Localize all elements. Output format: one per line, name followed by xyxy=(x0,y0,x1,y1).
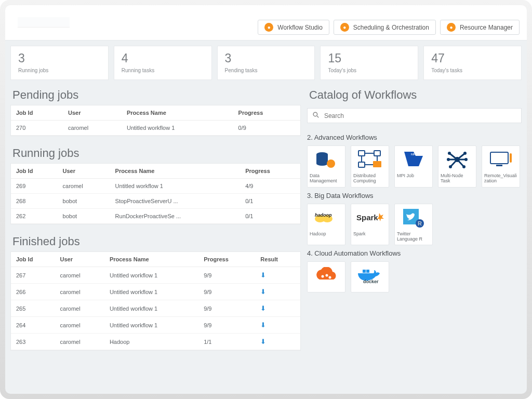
table-row[interactable]: 264caromelUntitled workflow 19/9⬇ xyxy=(11,317,300,334)
catalog-card[interactable]: docker xyxy=(351,261,389,292)
data-management-icon xyxy=(311,149,342,170)
pending-jobs-title: Pending jobs xyxy=(10,86,301,105)
nav-scheduling-orchestration[interactable]: ●Scheduling & Orchestration xyxy=(334,20,436,35)
nav-label: Scheduling & Orchestration xyxy=(353,24,429,31)
table-row[interactable]: 269caromelUntitled workflow 14/9 xyxy=(11,179,300,194)
finished-jobs-title: Finished jobs xyxy=(10,233,301,251)
catalog-card[interactable]: Data Management xyxy=(307,145,345,188)
svg-point-22 xyxy=(464,158,468,161)
col-user: User xyxy=(63,105,122,121)
cell-process: Untitled workflow 1 xyxy=(110,179,241,194)
cell-progress: 0/1 xyxy=(240,209,300,224)
catalog-card[interactable]: hadoopHadoop xyxy=(307,204,345,246)
svg-rect-7 xyxy=(358,151,365,156)
resource-manager-icon: ● xyxy=(447,23,456,32)
table-row[interactable]: 265caromelUntitled workflow 19/9⬇ xyxy=(11,300,300,317)
catalog-search[interactable] xyxy=(307,108,522,123)
download-icon[interactable]: ⬇ xyxy=(260,271,266,279)
col-jobid: Job Id xyxy=(11,105,63,121)
svg-text:Spark: Spark xyxy=(356,213,378,222)
cell-user: caromel xyxy=(55,334,104,350)
download-icon[interactable]: ⬇ xyxy=(260,288,266,296)
table-row[interactable]: 268bobotStopProactiveServerU ...0/1 xyxy=(11,194,300,209)
cell-id: 268 xyxy=(11,194,58,209)
col-process: Process Name xyxy=(122,105,233,121)
cell-progress: 4/9 xyxy=(240,179,300,194)
col-jobid: Job Id xyxy=(11,252,55,267)
svg-point-20 xyxy=(463,152,467,155)
catalog-card[interactable]: SparkSpark xyxy=(351,204,389,246)
svg-rect-6 xyxy=(329,162,333,166)
scheduling-icon: ● xyxy=(340,23,349,32)
svg-rect-43 xyxy=(366,270,369,273)
table-row[interactable]: 270caromelUntitled workflow 10/9 xyxy=(11,121,300,136)
catalog-card[interactable] xyxy=(307,261,345,292)
cell-user: caromel xyxy=(55,284,104,300)
hadoop-icon: hadoop xyxy=(311,207,342,228)
cell-result[interactable]: ⬇ xyxy=(255,300,300,317)
catalog-card[interactable]: Multi-Node Task xyxy=(438,145,476,188)
stat-label: Running jobs xyxy=(18,68,101,73)
catalog-card-label: Twitter Language R xyxy=(397,231,430,242)
svg-rect-9 xyxy=(373,161,381,167)
catalog-search-input[interactable] xyxy=(324,112,516,119)
table-row[interactable]: 267caromelUntitled workflow 19/9⬇ xyxy=(11,267,300,284)
cell-result[interactable]: ⬇ xyxy=(255,284,300,300)
cell-id: 269 xyxy=(11,179,58,194)
cell-result[interactable]: ⬇ xyxy=(255,317,300,334)
catalog-card-label: Data Management xyxy=(310,173,343,184)
nav-resource-manager[interactable]: ●Resource Manager xyxy=(440,20,520,35)
search-icon xyxy=(313,112,319,119)
cell-process: RunDockerProactiveSe ... xyxy=(110,209,241,224)
nav-workflow-studio[interactable]: ●Workflow Studio xyxy=(258,20,329,35)
catalog-section-title: 2. Advanced Workflows xyxy=(307,134,522,141)
cell-id: 265 xyxy=(11,300,55,317)
svg-text:docker: docker xyxy=(363,279,379,284)
table-row[interactable]: 266caromelUntitled workflow 19/9⬇ xyxy=(11,284,300,300)
catalog-card-label: MPI Job xyxy=(397,173,430,178)
topbar: ●Workflow Studio●Scheduling & Orchestrat… xyxy=(5,5,527,41)
svg-rect-27 xyxy=(510,153,512,163)
catalog-card[interactable]: RTwitter Language R xyxy=(394,204,433,246)
catalog-card[interactable]: Distributed Computing xyxy=(351,145,389,188)
col-progress: Progress xyxy=(233,105,300,121)
cell-process: Hadoop xyxy=(104,334,198,350)
catalog-card[interactable]: Remote_Visualization xyxy=(482,145,520,188)
download-icon[interactable]: ⬇ xyxy=(260,304,266,312)
col-progress: Progress xyxy=(198,252,255,267)
multinode-icon xyxy=(442,149,473,170)
svg-point-35 xyxy=(321,275,324,278)
cell-id: 262 xyxy=(11,209,58,224)
catalog-title: Catalog of Workflows xyxy=(307,86,522,105)
cell-user: bobot xyxy=(58,209,110,224)
download-icon[interactable]: ⬇ xyxy=(260,321,266,329)
catalog-card-label: Multi-Node Task xyxy=(441,173,474,184)
stat-card: 3Pending tasks xyxy=(217,46,315,80)
remote-viz-icon xyxy=(485,149,516,170)
nav-label: Resource Manager xyxy=(460,24,513,31)
cell-progress: 9/9 xyxy=(198,300,255,317)
cell-progress: 9/9 xyxy=(198,317,255,334)
cell-result[interactable]: ⬇ xyxy=(255,267,300,284)
docker-icon: docker xyxy=(354,265,385,286)
cell-progress: 1/1 xyxy=(198,334,255,350)
catalog-card[interactable]: MPIMPI Job xyxy=(394,145,433,188)
cell-process: StopProactiveServerU ... xyxy=(110,194,241,209)
catalog-card-label: Remote_Visualization xyxy=(484,173,517,184)
running-jobs-title: Running jobs xyxy=(10,144,301,163)
stat-card: 15Today's jobs xyxy=(320,46,418,80)
table-row[interactable]: 262bobotRunDockerProactiveSe ...0/1 xyxy=(11,209,300,224)
twitter-r-icon: R xyxy=(398,207,429,228)
cell-id: 266 xyxy=(11,284,55,300)
stat-card: 4Running tasks xyxy=(114,46,212,80)
catalog-section-title: 3. Big Data Workflows xyxy=(307,192,522,200)
workflow-studio-icon: ● xyxy=(264,23,273,32)
cell-user: caromel xyxy=(55,267,104,284)
download-icon[interactable]: ⬇ xyxy=(260,338,266,345)
cell-result[interactable]: ⬇ xyxy=(255,334,300,350)
catalog-card-label: Spark xyxy=(353,231,387,236)
nav-label: Workflow Studio xyxy=(277,24,322,31)
svg-text:hadoop: hadoop xyxy=(315,212,332,218)
table-row[interactable]: 263caromelHadoop1/1⬇ xyxy=(11,334,300,350)
cell-user: caromel xyxy=(55,300,104,317)
